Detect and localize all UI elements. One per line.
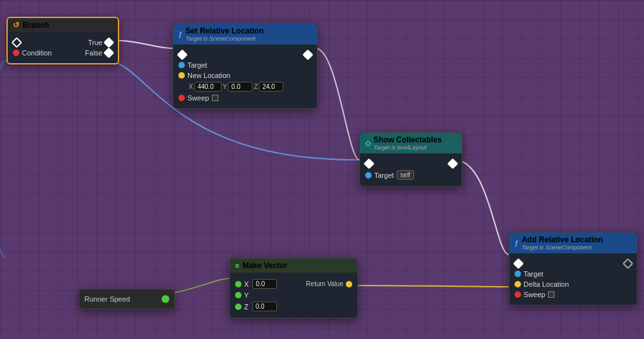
add-rel-target-row: Target — [515, 270, 632, 278]
set-rel-target-row: Target — [178, 61, 312, 69]
make-vec-x-input[interactable] — [252, 279, 277, 289]
runner-speed-node: Runner Speed — [79, 289, 175, 309]
show-collectables-node: ◇ Show Collectables Target is levelLayou… — [359, 132, 462, 187]
make-vec-z-input[interactable] — [252, 302, 277, 311]
make-vec-z-label: Z — [244, 303, 249, 311]
add-rel-sweep-row: Sweep — [515, 291, 632, 298]
set-rel-sweep-label: Sweep — [187, 94, 209, 102]
branch-true-pin[interactable] — [104, 37, 115, 48]
set-rel-location-pin[interactable] — [178, 72, 185, 79]
x-label: X — [189, 83, 193, 90]
show-collectables-header: ◇ Show Collectables Target is levelLayou… — [360, 133, 462, 153]
add-rel-exec-out[interactable] — [623, 258, 634, 269]
set-rel-location-row: New Location — [178, 72, 312, 79]
add-rel-delta-row: Delta Location — [515, 280, 632, 288]
branch-condition-pin[interactable] — [13, 50, 19, 56]
make-vec-z-pin[interactable] — [235, 304, 242, 310]
branch-true-label: True — [88, 39, 102, 46]
runner-speed-row: Runner Speed — [84, 295, 169, 303]
make-vec-y-row: Y — [235, 291, 352, 299]
branch-exec-in-pin[interactable] — [12, 37, 23, 48]
branch-header: ↺ Branch — [8, 18, 118, 32]
show-collect-subtitle: Target is levelLayout — [374, 144, 442, 151]
add-rel-icon: ƒ — [515, 239, 518, 247]
set-rel-target-label: Target — [187, 61, 207, 69]
add-rel-exec-in[interactable] — [513, 258, 524, 269]
make-vec-y-label: Y — [244, 291, 249, 299]
add-rel-exec-row — [515, 260, 632, 267]
add-rel-sweep-label: Sweep — [524, 291, 545, 298]
set-rel-sweep-pin[interactable] — [178, 95, 185, 101]
x-input[interactable] — [194, 82, 222, 92]
set-rel-sweep-row: Sweep — [178, 94, 312, 102]
show-collect-target-label: Target — [374, 171, 394, 179]
make-vector-icon: ≡ — [235, 262, 239, 269]
show-collect-icon: ◇ — [365, 139, 370, 148]
show-collect-exec-in[interactable] — [364, 159, 375, 170]
add-rel-target-pin[interactable] — [515, 271, 521, 277]
set-rel-body: Target New Location X Y Z Sweep — [173, 44, 317, 108]
set-rel-xyz-row: X Y Z — [178, 82, 312, 92]
branch-body: True Condition False — [8, 32, 118, 63]
make-vector-node: ≡ Make Vector X Return Value Y Z — [229, 258, 358, 318]
y-input[interactable] — [228, 82, 252, 92]
make-vec-return-pin[interactable] — [346, 281, 352, 287]
set-relative-location-header: ƒ Set Relative Location Target is SceneC… — [173, 24, 317, 44]
add-relative-location-node: ƒ Add Relative Location Target is SceneC… — [509, 232, 638, 305]
add-rel-subtitle: Target is SceneComponent — [522, 244, 603, 251]
show-collect-exec-out[interactable] — [448, 159, 459, 170]
set-rel-title: Set Relative Location — [185, 26, 263, 35]
runner-speed-label: Runner Speed — [84, 295, 130, 303]
make-vec-return-label: Return Value — [306, 280, 343, 287]
runner-speed-body: Runner Speed — [79, 289, 175, 309]
y-label: Y — [223, 83, 227, 90]
set-rel-exec-out[interactable] — [303, 50, 314, 61]
self-badge: self — [397, 170, 415, 180]
z-input[interactable] — [259, 82, 283, 92]
add-rel-sweep-pin[interactable] — [515, 291, 521, 298]
branch-false-label: False — [85, 49, 102, 57]
make-vec-x-row: X Return Value — [235, 279, 352, 289]
set-relative-location-node: ƒ Set Relative Location Target is SceneC… — [173, 23, 317, 109]
make-vec-y-pin[interactable] — [235, 292, 242, 298]
branch-condition-label: Condition — [22, 49, 52, 57]
add-rel-header: ƒ Add Relative Location Target is SceneC… — [509, 233, 637, 253]
add-rel-title: Add Relative Location — [522, 235, 603, 244]
add-rel-body: Target Delta Location Sweep — [509, 253, 637, 305]
set-rel-subtitle: Target is SceneComponent — [185, 35, 263, 42]
branch-false-pin[interactable] — [104, 48, 115, 59]
runner-speed-out-pin[interactable] — [162, 295, 169, 303]
make-vector-body: X Return Value Y Z — [230, 273, 357, 318]
add-rel-sweep-checkbox[interactable] — [548, 291, 554, 298]
set-rel-icon: ƒ — [178, 30, 182, 38]
make-vec-x-label: X — [244, 280, 249, 288]
branch-exec-row: True — [13, 39, 113, 46]
show-collect-target-row: Target self — [365, 170, 457, 180]
add-rel-delta-pin[interactable] — [515, 281, 521, 287]
branch-title: Branch — [23, 21, 49, 30]
show-collect-exec-row — [365, 160, 457, 168]
set-rel-target-pin[interactable] — [178, 62, 185, 68]
branch-node: ↺ Branch True Condition False — [6, 17, 119, 64]
branch-condition-row: Condition False — [13, 49, 113, 57]
set-rel-sweep-checkbox[interactable] — [212, 95, 218, 101]
make-vec-z-row: Z — [235, 302, 352, 311]
branch-icon: ↺ — [13, 21, 19, 30]
show-collect-title: Show Collectables — [374, 135, 442, 144]
show-collect-target-pin[interactable] — [365, 172, 372, 179]
add-rel-delta-label: Delta Location — [524, 280, 569, 288]
set-rel-location-label: New Location — [187, 72, 231, 79]
make-vector-header: ≡ Make Vector — [230, 258, 357, 273]
add-rel-target-label: Target — [524, 270, 544, 278]
make-vector-title: Make Vector — [242, 261, 287, 270]
z-label: Z — [254, 83, 258, 90]
set-rel-exec-row — [178, 51, 312, 59]
make-vec-x-pin[interactable] — [235, 281, 242, 287]
show-collect-body: Target self — [360, 153, 462, 186]
set-rel-exec-in[interactable] — [177, 50, 188, 61]
